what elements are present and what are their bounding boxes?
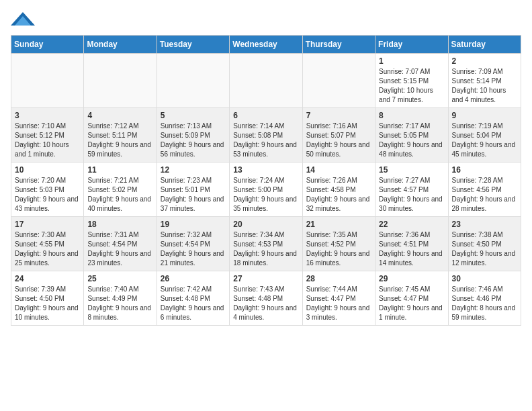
calendar-cell — [84, 54, 157, 108]
day-number: 3 — [15, 111, 80, 120]
day-header-wednesday: Wednesday — [230, 36, 302, 54]
calendar-cell: 9Sunrise: 7:19 AM Sunset: 5:04 PM Daylig… — [448, 108, 521, 163]
calendar-cell: 1Sunrise: 7:07 AM Sunset: 5:15 PM Daylig… — [375, 54, 448, 108]
day-number: 7 — [306, 111, 371, 120]
day-number: 25 — [87, 274, 152, 283]
day-number: 21 — [306, 220, 371, 229]
day-header-thursday: Thursday — [302, 36, 375, 54]
day-number: 28 — [306, 274, 371, 283]
week-row-4: 17Sunrise: 7:30 AM Sunset: 4:55 PM Dayli… — [11, 217, 521, 271]
day-info: Sunrise: 7:21 AM Sunset: 5:02 PM Dayligh… — [87, 176, 152, 214]
day-info: Sunrise: 7:24 AM Sunset: 5:00 PM Dayligh… — [233, 176, 298, 214]
day-header-saturday: Saturday — [448, 36, 521, 54]
day-number: 27 — [233, 274, 298, 283]
day-info: Sunrise: 7:12 AM Sunset: 5:11 PM Dayligh… — [87, 122, 152, 159]
day-info: Sunrise: 7:27 AM Sunset: 4:57 PM Dayligh… — [379, 176, 444, 214]
day-number: 18 — [87, 220, 152, 229]
day-info: Sunrise: 7:10 AM Sunset: 5:12 PM Dayligh… — [15, 122, 80, 159]
calendar-cell: 3Sunrise: 7:10 AM Sunset: 5:12 PM Daylig… — [11, 108, 84, 163]
calendar-cell: 10Sunrise: 7:20 AM Sunset: 5:03 PM Dayli… — [11, 163, 84, 217]
day-number: 14 — [306, 165, 371, 175]
day-number: 23 — [452, 220, 517, 229]
day-info: Sunrise: 7:20 AM Sunset: 5:03 PM Dayligh… — [15, 176, 80, 214]
day-number: 13 — [233, 165, 298, 175]
calendar-cell: 26Sunrise: 7:42 AM Sunset: 4:48 PM Dayli… — [157, 271, 229, 326]
day-number: 15 — [379, 165, 444, 175]
week-row-3: 10Sunrise: 7:20 AM Sunset: 5:03 PM Dayli… — [11, 163, 521, 217]
calendar-cell — [230, 54, 302, 108]
day-number: 24 — [15, 274, 80, 283]
calendar-cell: 19Sunrise: 7:32 AM Sunset: 4:54 PM Dayli… — [157, 217, 229, 271]
day-number: 16 — [452, 165, 517, 175]
day-info: Sunrise: 7:46 AM Sunset: 4:46 PM Dayligh… — [452, 285, 517, 322]
day-header-monday: Monday — [84, 36, 157, 54]
calendar-cell: 29Sunrise: 7:45 AM Sunset: 4:47 PM Dayli… — [375, 271, 448, 326]
day-info: Sunrise: 7:16 AM Sunset: 5:07 PM Dayligh… — [306, 122, 371, 159]
day-number: 10 — [15, 165, 80, 175]
day-info: Sunrise: 7:07 AM Sunset: 5:15 PM Dayligh… — [379, 67, 444, 105]
day-info: Sunrise: 7:30 AM Sunset: 4:55 PM Dayligh… — [15, 230, 80, 268]
day-info: Sunrise: 7:31 AM Sunset: 4:54 PM Dayligh… — [87, 230, 152, 268]
calendar-cell: 30Sunrise: 7:46 AM Sunset: 4:46 PM Dayli… — [448, 271, 521, 326]
day-number: 17 — [15, 220, 80, 229]
calendar-cell: 8Sunrise: 7:17 AM Sunset: 5:05 PM Daylig… — [375, 108, 448, 163]
calendar-cell: 2Sunrise: 7:09 AM Sunset: 5:14 PM Daylig… — [448, 54, 521, 108]
calendar-cell — [157, 54, 229, 108]
day-number: 20 — [233, 220, 298, 229]
day-info: Sunrise: 7:23 AM Sunset: 5:01 PM Dayligh… — [161, 176, 226, 214]
day-number: 1 — [379, 56, 444, 66]
logo — [11, 11, 38, 27]
calendar-cell: 11Sunrise: 7:21 AM Sunset: 5:02 PM Dayli… — [84, 163, 157, 217]
calendar-cell: 21Sunrise: 7:35 AM Sunset: 4:52 PM Dayli… — [302, 217, 375, 271]
calendar-table: SundayMondayTuesdayWednesdayThursdayFrid… — [11, 35, 521, 326]
calendar-cell: 23Sunrise: 7:38 AM Sunset: 4:50 PM Dayli… — [448, 217, 521, 271]
day-info: Sunrise: 7:40 AM Sunset: 4:49 PM Dayligh… — [87, 285, 152, 322]
day-header-tuesday: Tuesday — [157, 36, 229, 54]
calendar-cell: 4Sunrise: 7:12 AM Sunset: 5:11 PM Daylig… — [84, 108, 157, 163]
day-number: 5 — [161, 111, 226, 120]
calendar-cell — [11, 54, 84, 108]
day-info: Sunrise: 7:44 AM Sunset: 4:47 PM Dayligh… — [306, 285, 371, 322]
day-number: 11 — [87, 165, 152, 175]
logo-icon — [11, 11, 35, 27]
calendar-cell: 20Sunrise: 7:34 AM Sunset: 4:53 PM Dayli… — [230, 217, 302, 271]
day-info: Sunrise: 7:36 AM Sunset: 4:51 PM Dayligh… — [379, 230, 444, 268]
day-number: 9 — [452, 111, 517, 120]
day-info: Sunrise: 7:34 AM Sunset: 4:53 PM Dayligh… — [233, 230, 298, 268]
calendar-cell: 25Sunrise: 7:40 AM Sunset: 4:49 PM Dayli… — [84, 271, 157, 326]
calendar-cell: 15Sunrise: 7:27 AM Sunset: 4:57 PM Dayli… — [375, 163, 448, 217]
day-info: Sunrise: 7:28 AM Sunset: 4:56 PM Dayligh… — [452, 176, 517, 214]
day-info: Sunrise: 7:14 AM Sunset: 5:08 PM Dayligh… — [233, 122, 298, 159]
day-number: 8 — [379, 111, 444, 120]
day-info: Sunrise: 7:13 AM Sunset: 5:09 PM Dayligh… — [161, 122, 226, 159]
week-row-2: 3Sunrise: 7:10 AM Sunset: 5:12 PM Daylig… — [11, 108, 521, 163]
calendar-cell: 7Sunrise: 7:16 AM Sunset: 5:07 PM Daylig… — [302, 108, 375, 163]
day-number: 6 — [233, 111, 298, 120]
day-info: Sunrise: 7:38 AM Sunset: 4:50 PM Dayligh… — [452, 230, 517, 268]
day-number: 4 — [87, 111, 152, 120]
week-row-5: 24Sunrise: 7:39 AM Sunset: 4:50 PM Dayli… — [11, 271, 521, 326]
calendar-cell: 18Sunrise: 7:31 AM Sunset: 4:54 PM Dayli… — [84, 217, 157, 271]
day-number: 19 — [161, 220, 226, 229]
day-header-sunday: Sunday — [11, 36, 84, 54]
day-number: 22 — [379, 220, 444, 229]
day-info: Sunrise: 7:32 AM Sunset: 4:54 PM Dayligh… — [161, 230, 226, 268]
day-info: Sunrise: 7:26 AM Sunset: 4:58 PM Dayligh… — [306, 176, 371, 214]
calendar-cell: 12Sunrise: 7:23 AM Sunset: 5:01 PM Dayli… — [157, 163, 229, 217]
calendar-cell: 6Sunrise: 7:14 AM Sunset: 5:08 PM Daylig… — [230, 108, 302, 163]
calendar-cell: 22Sunrise: 7:36 AM Sunset: 4:51 PM Dayli… — [375, 217, 448, 271]
calendar-cell: 17Sunrise: 7:30 AM Sunset: 4:55 PM Dayli… — [11, 217, 84, 271]
calendar-cell: 13Sunrise: 7:24 AM Sunset: 5:00 PM Dayli… — [230, 163, 302, 217]
calendar-cell: 14Sunrise: 7:26 AM Sunset: 4:58 PM Dayli… — [302, 163, 375, 217]
day-info: Sunrise: 7:35 AM Sunset: 4:52 PM Dayligh… — [306, 230, 371, 268]
page-header — [11, 11, 521, 27]
day-number: 30 — [452, 274, 517, 283]
calendar-cell: 16Sunrise: 7:28 AM Sunset: 4:56 PM Dayli… — [448, 163, 521, 217]
day-number: 12 — [161, 165, 226, 175]
week-row-1: 1Sunrise: 7:07 AM Sunset: 5:15 PM Daylig… — [11, 54, 521, 108]
day-number: 26 — [161, 274, 226, 283]
calendar-cell: 27Sunrise: 7:43 AM Sunset: 4:48 PM Dayli… — [230, 271, 302, 326]
day-info: Sunrise: 7:45 AM Sunset: 4:47 PM Dayligh… — [379, 285, 444, 322]
day-header-friday: Friday — [375, 36, 448, 54]
day-number: 29 — [379, 274, 444, 283]
